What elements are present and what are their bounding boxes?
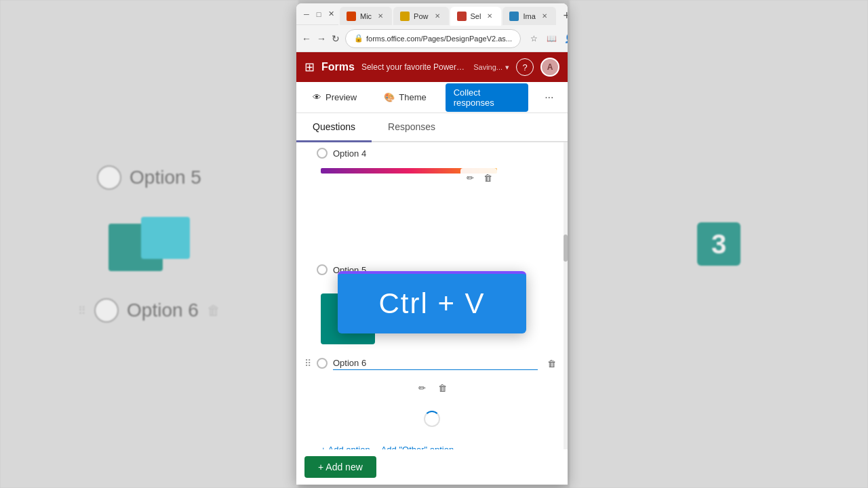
nav-tabs: Questions Responses bbox=[296, 113, 568, 142]
tab-ima-label: Ima bbox=[523, 12, 535, 20]
profile-icon[interactable]: 👤 bbox=[561, 31, 568, 46]
tab-microsoft-close[interactable]: ✕ bbox=[376, 12, 385, 21]
collect-label: Collect responses bbox=[454, 87, 520, 108]
saving-indicator: Saving... ▾ bbox=[473, 63, 509, 72]
theme-icon: 🎨 bbox=[384, 92, 395, 102]
back-button[interactable]: ← bbox=[302, 29, 311, 48]
maximize-button[interactable]: □ bbox=[314, 9, 323, 19]
loading-area bbox=[296, 399, 568, 439]
saving-text: Saving... bbox=[473, 63, 502, 71]
add-new-area: + Add new bbox=[296, 449, 568, 485]
browser-window: ─ □ ✕ Mic ✕ Pow ✕ Sel ✕ Ima bbox=[296, 3, 568, 485]
window-controls: ─ □ ✕ bbox=[302, 9, 336, 19]
tab-microsoft-label: Mic bbox=[360, 12, 372, 20]
option-4-image-actions: ✏ 🗑 bbox=[460, 168, 497, 187]
bg-option-6-label: Option 6 bbox=[127, 300, 199, 321]
add-new-button[interactable]: + Add new bbox=[304, 456, 376, 478]
theme-label: Theme bbox=[399, 92, 426, 102]
bg-number-badge: 3 bbox=[697, 222, 741, 266]
delete-image-4-button[interactable]: 🗑 bbox=[479, 169, 496, 186]
bg-delete-icon: 🗑 bbox=[207, 303, 220, 319]
toolbar: 👁 Preview 🎨 Theme Collect responses ··· bbox=[296, 82, 568, 113]
delete-option-6-button[interactable]: 🗑 bbox=[543, 355, 559, 371]
tab-microsoft[interactable]: Mic ✕ bbox=[340, 7, 392, 26]
option-6-row: ⠿ 🗑 bbox=[296, 350, 568, 377]
help-button[interactable]: ? bbox=[516, 58, 534, 76]
app-name-label[interactable]: Forms bbox=[321, 61, 355, 73]
app-header: ⊞ Forms Select your favorite Power Platf… bbox=[296, 52, 568, 82]
preview-button[interactable]: 👁 Preview bbox=[304, 88, 365, 106]
content-area[interactable]: ⠿ Option 4 ✏ 🗑 Ctrl + V ⠿ Option 5 bbox=[296, 142, 568, 449]
minimize-button[interactable]: ─ bbox=[302, 9, 311, 19]
bookmark-icon[interactable]: ☆ bbox=[526, 31, 541, 46]
tab-questions[interactable]: Questions bbox=[296, 113, 372, 142]
more-button[interactable]: ··· bbox=[539, 87, 559, 108]
bg-drag-icon: ⠿ bbox=[78, 304, 86, 317]
doc-title: Select your favorite Power Platform Fami… bbox=[361, 62, 467, 72]
option-4-label: Option 4 bbox=[333, 148, 559, 159]
collect-responses-button[interactable]: Collect responses bbox=[446, 83, 528, 112]
tab-ima[interactable]: Ima ✕ bbox=[502, 7, 555, 26]
theme-button[interactable]: 🎨 Theme bbox=[376, 88, 434, 106]
address-text: forms.office.com/Pages/DesignPageV2.as..… bbox=[366, 35, 512, 43]
edit-image-4-button[interactable]: ✏ bbox=[462, 169, 478, 186]
tab-sel[interactable]: Sel ✕ bbox=[450, 7, 502, 26]
add-option-button[interactable]: + Add option bbox=[321, 445, 370, 449]
read-mode-icon[interactable]: 📖 bbox=[544, 31, 559, 46]
ctrl-v-box: Ctrl + V bbox=[338, 271, 526, 333]
option-4-row: ⠿ Option 4 bbox=[296, 142, 568, 164]
address-input[interactable]: 🔒 forms.office.com/Pages/DesignPageV2.as… bbox=[345, 29, 521, 48]
forward-button[interactable]: → bbox=[317, 29, 326, 48]
add-other-option-button[interactable]: Add "Other" option bbox=[381, 445, 454, 449]
option-4-radio[interactable] bbox=[317, 148, 328, 159]
ctrl-v-text: Ctrl + V bbox=[378, 287, 485, 319]
close-button[interactable]: ✕ bbox=[326, 9, 336, 19]
avatar[interactable]: A bbox=[540, 58, 559, 77]
tab-responses[interactable]: Responses bbox=[372, 113, 452, 142]
preview-label: Preview bbox=[326, 92, 357, 102]
saving-chevron[interactable]: ▾ bbox=[505, 63, 509, 72]
preview-icon: 👁 bbox=[313, 92, 321, 102]
waffle-icon[interactable]: ⊞ bbox=[304, 60, 315, 75]
tab-power-close[interactable]: ✕ bbox=[433, 12, 442, 21]
add-options-area: + Add option Add "Other" option bbox=[296, 439, 568, 449]
tab-power[interactable]: Pow ✕ bbox=[393, 7, 448, 26]
tab-power-label: Pow bbox=[414, 12, 428, 20]
tab-sel-label: Sel bbox=[471, 12, 481, 20]
edit-below-button[interactable]: ✏ bbox=[414, 380, 430, 396]
tab-sel-close[interactable]: ✕ bbox=[485, 12, 494, 21]
new-tab-button[interactable]: + bbox=[557, 7, 568, 26]
option-6-input[interactable] bbox=[333, 357, 538, 370]
scroll-thumb bbox=[564, 235, 568, 262]
bg-option-5-label: Option 5 bbox=[130, 167, 201, 188]
ctrl-v-overlay: Ctrl + V bbox=[296, 271, 568, 333]
loading-spinner bbox=[424, 411, 440, 427]
tab-ima-close[interactable]: ✕ bbox=[540, 12, 549, 21]
option-6-radio[interactable] bbox=[317, 358, 328, 369]
tabs-bar: Mic ✕ Pow ✕ Sel ✕ Ima ✕ + bbox=[338, 3, 568, 26]
option-4-image-area: ✏ 🗑 bbox=[321, 168, 497, 175]
address-bar: ← → ↻ 🔒 forms.office.com/Pages/DesignPag… bbox=[296, 25, 568, 52]
refresh-button[interactable]: ↻ bbox=[332, 29, 340, 48]
title-bar: ─ □ ✕ Mic ✕ Pow ✕ Sel ✕ Ima bbox=[296, 3, 568, 25]
delete-below-button[interactable]: 🗑 bbox=[434, 380, 450, 396]
drag-handle-6[interactable]: ⠿ bbox=[304, 358, 311, 369]
